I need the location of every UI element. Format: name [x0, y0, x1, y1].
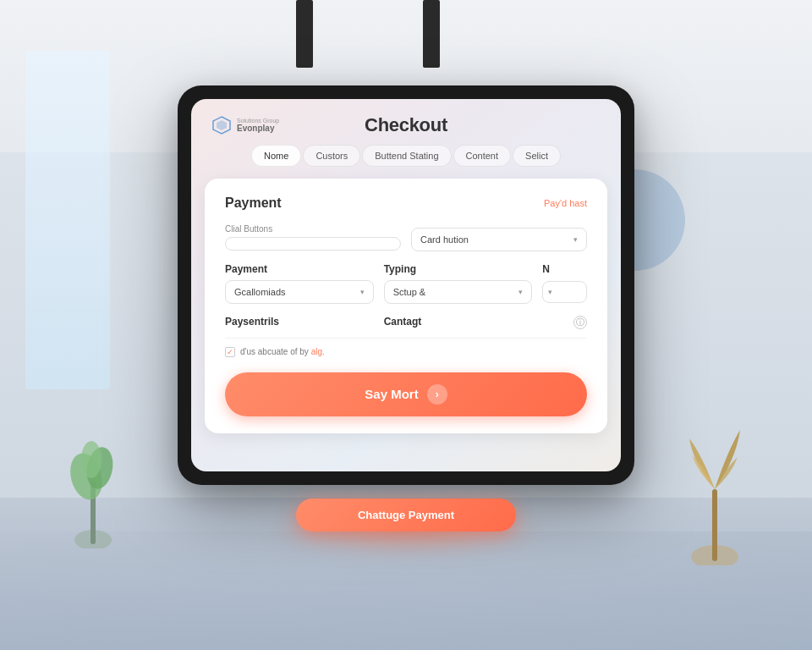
divider: [225, 338, 587, 339]
form-group-setup: Sctup & ▾: [384, 280, 533, 304]
outside-payment-button[interactable]: Chattuge Payment: [296, 499, 516, 532]
tablet-wrapper: Solutions Group Evonplay Checkout Nome C…: [178, 85, 634, 532]
svg-point-4: [81, 441, 102, 478]
info-icon[interactable]: ⓘ: [573, 316, 587, 329]
form-group-client: Clial Buttons: [225, 224, 401, 251]
gcal-select[interactable]: Gcallomiads ▾: [225, 280, 374, 304]
checkbox-link[interactable]: alg.: [311, 347, 325, 356]
card-title: Payment: [225, 196, 282, 211]
terms-checkbox[interactable]: [225, 347, 235, 357]
page-title: Checkout: [365, 114, 447, 136]
tab-buttend[interactable]: Buttend Stating: [362, 145, 451, 167]
client-label: Clial Buttons: [225, 224, 401, 234]
save-button-label: Say Mort: [365, 387, 418, 401]
card-header: Payment Pay'd hast: [225, 196, 587, 211]
tablet-device: Solutions Group Evonplay Checkout Nome C…: [178, 85, 634, 485]
paysentrils-label: Paysentrils: [225, 316, 374, 329]
svg-marker-8: [217, 120, 227, 130]
info-container: ⓘ: [542, 316, 587, 329]
logo-area: Solutions Group Evonplay: [211, 115, 279, 135]
plant-right: [685, 413, 744, 565]
form-row-1: Clial Buttons Card hution ▾: [225, 224, 587, 251]
form-group-card: Card hution ▾: [411, 224, 587, 251]
tab-nome[interactable]: Nome: [251, 145, 301, 167]
save-button[interactable]: Say Mort ›: [225, 372, 587, 416]
payment-card: Payment Pay'd hast Clial Buttons Car: [205, 179, 607, 433]
nav-tabs: Nome Custors Buttend Stating Content Sel…: [191, 145, 621, 179]
extra-select: ▾: [542, 281, 587, 303]
typing-section-label: Typing: [384, 263, 533, 275]
card-select[interactable]: Card hution ▾: [411, 228, 587, 251]
logo-icon: [211, 115, 232, 135]
pay-link[interactable]: Pay'd hast: [544, 198, 587, 208]
row-section-labels: Payment Typing N: [225, 263, 587, 275]
tab-custors[interactable]: Custors: [303, 145, 360, 167]
row-section-2-labels: Paysentrils Cantagt ⓘ: [225, 316, 587, 329]
tab-content[interactable]: Content: [453, 145, 512, 167]
ceiling-light-left: [296, 0, 313, 68]
checkbox-row: d'us abcuate of by alg.: [225, 347, 587, 357]
extra-dropdown[interactable]: ▾: [542, 281, 587, 303]
payment-section-label: Payment: [225, 263, 374, 275]
tab-selict[interactable]: Selict: [513, 145, 561, 167]
client-select[interactable]: [225, 237, 401, 251]
checkbox-label: d'us abcuate of by alg.: [240, 347, 325, 356]
form-group-gcal: Gcallomiads ▾: [225, 280, 374, 304]
window-left: [25, 51, 110, 389]
svg-rect-6: [712, 489, 717, 561]
ceiling-light-right: [423, 0, 440, 68]
cantagt-label: Cantagt: [384, 316, 533, 329]
tablet-screen: Solutions Group Evonplay Checkout Nome C…: [191, 99, 621, 471]
form-row-2: Gcallomiads ▾ Sctup & ▾ ▾: [225, 280, 587, 304]
save-arrow-icon: ›: [427, 384, 447, 405]
plant-left: [68, 430, 118, 548]
logo-text: Solutions Group Evonplay: [237, 118, 279, 133]
screen-header: Solutions Group Evonplay Checkout: [191, 99, 621, 145]
typing-value: N: [542, 263, 587, 275]
setup-select[interactable]: Sctup & ▾: [384, 280, 533, 304]
